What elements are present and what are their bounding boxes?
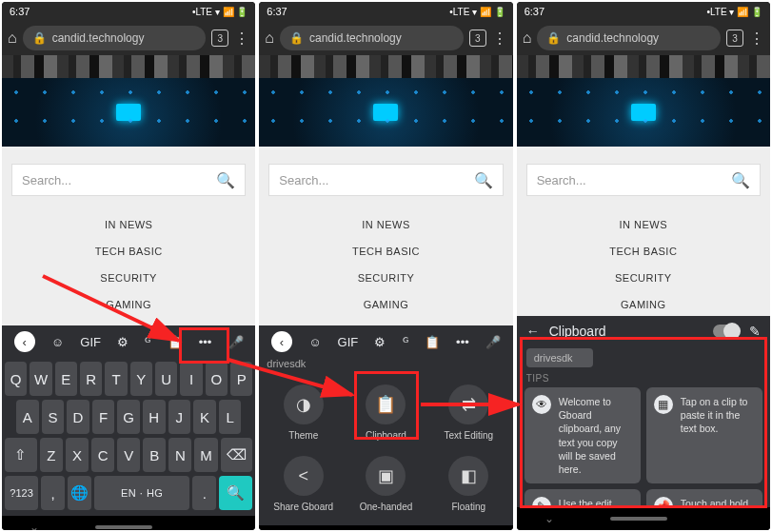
key[interactable]: W (30, 362, 51, 396)
clipboard-icon[interactable]: 📋 (168, 335, 183, 349)
chrome-menu-icon[interactable]: ⋮ (492, 30, 507, 48)
key[interactable]: O (206, 362, 228, 396)
settings-icon[interactable]: ⚙ (117, 335, 129, 349)
tab-switcher[interactable]: 3 (726, 30, 743, 47)
url-bar[interactable]: 🔒 candid.technology (537, 26, 721, 50)
nav-item[interactable]: SECURITY (259, 265, 512, 291)
key[interactable]: D (67, 400, 89, 434)
edit-icon[interactable]: ✎ (749, 324, 761, 339)
nav-item[interactable]: TECH BASIC (259, 238, 512, 265)
url-bar[interactable]: 🔒 candid.technology (280, 26, 464, 50)
key[interactable]: R (80, 362, 102, 396)
key[interactable]: V (117, 438, 140, 472)
menu-one-handed[interactable]: ▣ One-handed (346, 450, 426, 520)
nav-item[interactable]: GAMING (517, 291, 770, 318)
clipboard-icon[interactable]: 📋 (425, 335, 440, 349)
backspace-key[interactable]: ⌫ (221, 438, 253, 472)
key[interactable]: C (91, 438, 114, 472)
tip-card[interactable]: ▦ Tap on a clip to paste it in the text … (646, 387, 762, 483)
url-bar[interactable]: 🔒 candid.technology (23, 26, 207, 50)
key[interactable]: B (143, 438, 166, 472)
gif-button[interactable]: GIF (80, 335, 101, 349)
nav-down-icon[interactable]: ⌄ (544, 512, 554, 525)
shift-key[interactable]: ⇧ (5, 438, 37, 472)
mic-icon[interactable]: 🎤 (485, 335, 501, 349)
chrome-menu-icon[interactable]: ⋮ (749, 30, 764, 48)
symbols-key[interactable]: ?123 (5, 476, 38, 510)
sticker-icon[interactable]: ☺ (51, 335, 64, 349)
tab-switcher[interactable]: 3 (211, 30, 228, 47)
settings-icon[interactable]: ⚙ (374, 335, 386, 349)
nav-item[interactable]: TECH BASIC (2, 238, 255, 265)
key[interactable]: A (16, 400, 39, 434)
site-search-input[interactable]: Search... 🔍 (268, 164, 503, 196)
clipboard-chip[interactable]: drivesdk (526, 348, 593, 367)
kbd-back-icon[interactable]: ‹ (271, 331, 292, 352)
nav-item[interactable]: GAMING (259, 291, 512, 318)
comma-key[interactable]: , (41, 476, 65, 510)
tip-card[interactable]: 👁 Welcome to Gboard clipboard, any text … (525, 387, 641, 483)
key[interactable]: U (155, 362, 177, 396)
nav-home-pill[interactable] (95, 525, 152, 529)
menu-clipboard[interactable]: 📋 Clipboard (346, 379, 426, 448)
home-icon[interactable]: ⌂ (265, 30, 274, 47)
menu-theme[interactable]: ◑ Theme (263, 379, 344, 448)
period-key[interactable]: . (192, 476, 216, 510)
nav-item[interactable]: SECURITY (517, 265, 770, 291)
key[interactable]: I (180, 362, 202, 396)
clipboard-toggle[interactable] (713, 325, 740, 338)
key[interactable]: T (105, 362, 127, 396)
search-icon[interactable]: 🔍 (474, 171, 493, 189)
key[interactable]: G (117, 400, 140, 434)
nav-down-icon[interactable]: ⌄ (30, 521, 39, 530)
gif-button[interactable]: GIF (338, 335, 359, 349)
kbd-back-icon[interactable]: ‹ (14, 331, 35, 352)
keyboard-toolbar: ‹ ☺ GIF ⚙ ᴳ 📋 ••• 🎤 (259, 325, 512, 358)
key[interactable]: Y (130, 362, 152, 396)
search-key[interactable]: 🔍 (219, 476, 252, 510)
search-icon[interactable]: 🔍 (216, 171, 235, 189)
suggestion-bar[interactable]: drivesdk (259, 358, 512, 371)
home-icon[interactable]: ⌂ (523, 30, 532, 47)
tab-switcher[interactable]: 3 (469, 30, 486, 47)
key[interactable]: H (143, 400, 166, 434)
site-search-input[interactable]: Search... 🔍 (11, 164, 246, 196)
menu-share[interactable]: < Share Gboard (263, 450, 344, 520)
nav-item[interactable]: IN NEWS (2, 211, 255, 238)
clipboard-icon: 📋 (366, 384, 406, 424)
back-icon[interactable]: ← (526, 324, 540, 339)
key[interactable]: K (193, 400, 216, 434)
globe-key[interactable]: 🌐 (68, 476, 91, 510)
nav-item[interactable]: IN NEWS (517, 211, 770, 238)
key[interactable]: Q (5, 362, 27, 396)
sticker-icon[interactable]: ☺ (308, 335, 321, 349)
nav-item[interactable]: TECH BASIC (517, 238, 770, 265)
key[interactable]: E (55, 362, 77, 396)
nav-home-pill[interactable] (610, 517, 667, 521)
key[interactable]: N (168, 438, 191, 472)
chrome-menu-icon[interactable]: ⋮ (234, 30, 249, 48)
key[interactable]: P (230, 362, 252, 396)
menu-text-editing[interactable]: ⇄ Text Editing (428, 379, 509, 448)
mic-icon[interactable]: 🎤 (228, 335, 244, 349)
menu-floating[interactable]: ◧ Floating (428, 450, 509, 520)
key[interactable]: J (168, 400, 191, 434)
status-time: 6:37 (267, 6, 287, 17)
nav-item[interactable]: IN NEWS (259, 211, 512, 238)
site-search-input[interactable]: Search... 🔍 (526, 164, 761, 196)
home-icon[interactable]: ⌂ (8, 30, 17, 47)
nav-item[interactable]: SECURITY (2, 265, 255, 291)
key[interactable]: S (42, 400, 65, 434)
key[interactable]: F (92, 400, 115, 434)
key[interactable]: X (66, 438, 89, 472)
more-icon[interactable]: ••• (456, 335, 469, 349)
nav-item[interactable]: GAMING (2, 291, 255, 318)
key[interactable]: Z (40, 438, 63, 472)
key[interactable]: M (194, 438, 217, 472)
more-icon[interactable]: ••• (199, 335, 212, 349)
translate-icon[interactable]: ᴳ (145, 335, 150, 349)
search-icon[interactable]: 🔍 (731, 171, 750, 189)
key[interactable]: L (219, 400, 242, 434)
translate-icon[interactable]: ᴳ (403, 335, 408, 349)
space-key[interactable]: EN · HG (94, 476, 189, 510)
